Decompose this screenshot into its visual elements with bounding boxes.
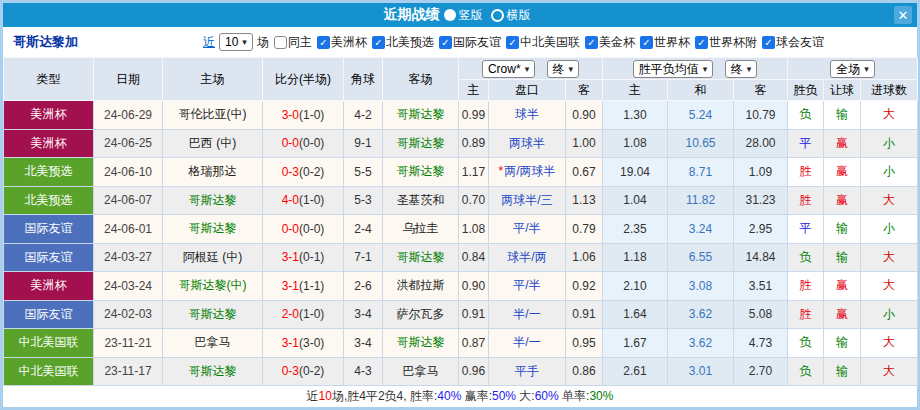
summary-segment: 40% <box>437 389 461 403</box>
summary-footer: 近10场,胜4平2负4, 胜率:40% 赢率:50% 大:60% 单率:30% <box>3 386 917 406</box>
match-count-select[interactable]: 10▾ <box>219 33 253 51</box>
avg-draw-odds: 3.62 <box>668 300 734 329</box>
col-header-type: 类型 <box>4 58 94 101</box>
league-checkbox[interactable]: ✓ <box>695 36 708 49</box>
league-checkbox[interactable]: ✓ <box>317 36 330 49</box>
fulltime-score: 0-0 <box>282 222 299 236</box>
horizontal-layout-label[interactable]: 横版 <box>507 7 531 24</box>
subcol-avg-home: 主 <box>603 80 668 101</box>
result: 胜 <box>788 186 824 215</box>
bookmaker-stage-select[interactable]: 终▾ <box>547 60 580 78</box>
halftime-score: (1-0) <box>299 193 324 207</box>
league-checkbox[interactable]: ✓ <box>640 36 653 49</box>
home-team: 格瑞那达 <box>163 158 263 187</box>
chevron-down-icon: ▾ <box>703 62 708 76</box>
home-odds: 0.96 <box>459 357 489 386</box>
handicap: 半/一 <box>489 300 566 329</box>
league-checkbox[interactable]: ✓ <box>372 36 385 49</box>
result: 负 <box>788 357 824 386</box>
avg-home-odds: 1.64 <box>603 300 668 329</box>
away-odds: 1.13 <box>566 186 603 215</box>
corner-score: 4-3 <box>344 357 383 386</box>
col-header-away: 客场 <box>383 58 459 101</box>
avg-home-odds: 1.67 <box>603 329 668 358</box>
table-row: 中北美国联23-11-21巴拿马3-1(3-0)3-4哥斯达黎0.87半/一0.… <box>4 329 918 358</box>
same-host-checkbox[interactable] <box>274 36 287 49</box>
match-date: 24-03-27 <box>94 243 163 272</box>
col-header-date: 日期 <box>94 58 163 101</box>
away-odds: 0.79 <box>566 215 603 244</box>
home-odds: 0.70 <box>459 186 489 215</box>
match-score: 0-0(0-0) <box>263 129 344 158</box>
match-score: 4-0(1-0) <box>263 186 344 215</box>
match-score: 0-0(0-0) <box>263 215 344 244</box>
close-icon[interactable]: ✕ <box>894 6 912 24</box>
league-checkbox[interactable]: ✓ <box>506 36 519 49</box>
away-odds: 1.00 <box>566 129 603 158</box>
avg-away-odds: 3.51 <box>734 272 788 301</box>
vertical-layout-label[interactable]: 竖版 <box>459 7 483 24</box>
fulltime-score: 2-0 <box>282 307 299 321</box>
bookmaker-select-value: Crow* <box>488 62 521 76</box>
match-score: 2-0(1-0) <box>263 300 344 329</box>
corner-score: 9-1 <box>344 129 383 158</box>
fulltime-score: 3-1 <box>282 279 299 293</box>
handicap: 两球半/三 <box>489 186 566 215</box>
away-odds: 0.86 <box>566 357 603 386</box>
chevron-down-icon: ▾ <box>525 62 530 76</box>
match-date: 23-11-21 <box>94 329 163 358</box>
avg-home-odds: 2.35 <box>603 215 668 244</box>
home-team: 巴拿马 <box>163 329 263 358</box>
bookmaker-select[interactable]: Crow*▾ <box>482 60 535 78</box>
league-type-badge: 美洲杯 <box>4 129 94 158</box>
away-team: 哥斯达黎 <box>383 243 459 272</box>
league-checkbox[interactable]: ✓ <box>439 36 452 49</box>
same-host-label[interactable]: 同主 <box>288 34 312 51</box>
away-team: 洪都拉斯 <box>383 272 459 301</box>
avg-select[interactable]: 胜平负均值▾ <box>633 60 714 78</box>
match-date: 24-06-25 <box>94 129 163 158</box>
avg-home-odds: 1.08 <box>603 129 668 158</box>
league-type-badge: 中北美国联 <box>4 357 94 386</box>
subcol-avg-draw: 和 <box>668 80 734 101</box>
vertical-layout-radio[interactable] <box>444 9 456 21</box>
league-label: 中北美国联 <box>520 34 580 51</box>
away-team: 哥斯达黎 <box>383 101 459 130</box>
scope-group-header: 全场▾ <box>788 58 918 80</box>
league-checkbox[interactable]: ✓ <box>762 36 775 49</box>
halftime-score: (1-0) <box>299 307 324 321</box>
avg-away-odds: 5.08 <box>734 300 788 329</box>
halftime-score: (0-2) <box>299 165 324 179</box>
avg-stage-select[interactable]: 终▾ <box>725 60 758 78</box>
match-score: 3-1(3-0) <box>263 329 344 358</box>
league-checkbox[interactable]: ✓ <box>585 36 598 49</box>
home-team: 哥斯达黎 <box>163 215 263 244</box>
home-team: 阿根廷 (中) <box>163 243 263 272</box>
summary-segment: 近 <box>307 388 319 405</box>
goals-result: 小 <box>861 158 918 187</box>
avg-away-odds: 2.70 <box>734 357 788 386</box>
table-row: 北美预选24-06-07哥斯达黎4-0(1-0)5-3圣基茨和0.70两球半/三… <box>4 186 918 215</box>
home-team: 哥伦比亚(中) <box>163 101 263 130</box>
avg-home-odds: 1.30 <box>603 101 668 130</box>
avg-away-odds: 14.84 <box>734 243 788 272</box>
horizontal-layout-radio[interactable] <box>491 9 504 22</box>
scope-select[interactable]: 全场▾ <box>830 60 875 78</box>
league-label: 世界杯附 <box>709 34 757 51</box>
near-link[interactable]: 近 <box>203 34 215 51</box>
home-odds: 0.91 <box>459 300 489 329</box>
home-team: 哥斯达黎(中) <box>163 272 263 301</box>
handicap: 球半 <box>489 101 566 130</box>
fulltime-score: 0-3 <box>282 165 299 179</box>
avg-home-odds: 19.04 <box>603 158 668 187</box>
away-team: 哥斯达黎 <box>383 129 459 158</box>
home-odds: 0.84 <box>459 243 489 272</box>
matches-suffix-label: 场 <box>257 34 269 51</box>
panel-title: 近期战绩 <box>384 6 440 24</box>
subcol-avg-away: 客 <box>734 80 788 101</box>
halftime-score: (0-1) <box>299 250 324 264</box>
halftime-score: (1-0) <box>299 108 324 122</box>
avg-draw-odds: 3.01 <box>668 357 734 386</box>
home-odds: 1.17 <box>459 158 489 187</box>
team-name: 哥斯达黎加 <box>13 33 78 51</box>
